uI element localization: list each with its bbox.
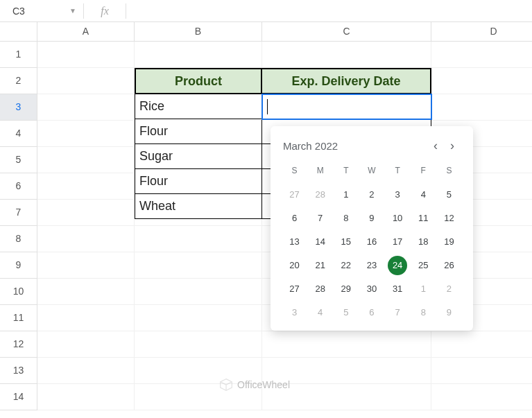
cell[interactable] — [135, 226, 262, 252]
row-header[interactable]: 1 — [0, 42, 37, 68]
cell[interactable] — [431, 331, 532, 358]
datepicker-day[interactable]: 28 — [311, 185, 330, 204]
datepicker-day[interactable]: 13 — [285, 232, 304, 252]
datepicker-day[interactable]: 1 — [413, 279, 433, 299]
cell[interactable] — [431, 94, 532, 121]
datepicker-day[interactable]: 6 — [285, 209, 304, 228]
cell[interactable] — [431, 42, 532, 68]
datepicker-day[interactable]: 15 — [336, 232, 356, 252]
cells-area[interactable]: Product Exp. Delivery Date RiceFlourSuga… — [37, 42, 532, 410]
datepicker-day[interactable]: 8 — [336, 209, 356, 228]
cell[interactable] — [37, 147, 135, 173]
datepicker-day[interactable]: 3 — [285, 303, 304, 322]
cell[interactable] — [37, 226, 135, 252]
row-header[interactable]: 14 — [0, 384, 37, 410]
cell[interactable] — [37, 331, 135, 358]
datepicker-day[interactable]: 6 — [362, 303, 381, 322]
datepicker-day[interactable]: 1 — [336, 185, 356, 204]
select-all-corner[interactable] — [0, 22, 37, 42]
datepicker-day[interactable]: 11 — [413, 209, 433, 228]
formula-input[interactable] — [126, 0, 532, 21]
datepicker-day[interactable]: 27 — [285, 185, 304, 204]
datepicker-day[interactable]: 25 — [413, 256, 433, 275]
table-cell-product[interactable]: Wheat — [135, 194, 262, 219]
table-cell-product[interactable]: Flour — [135, 119, 262, 144]
column-header[interactable]: A — [37, 22, 135, 42]
cell[interactable] — [431, 68, 532, 94]
datepicker-day[interactable]: 12 — [439, 209, 458, 228]
datepicker-day[interactable]: 30 — [362, 279, 381, 299]
datepicker-day[interactable]: 9 — [362, 209, 381, 228]
datepicker-day[interactable]: 4 — [311, 303, 330, 322]
datepicker-day[interactable]: 31 — [388, 279, 407, 299]
cell[interactable] — [37, 121, 135, 147]
datepicker-day[interactable]: 17 — [388, 232, 407, 252]
cell[interactable] — [37, 384, 135, 410]
cell[interactable] — [37, 94, 135, 121]
row-header[interactable]: 11 — [0, 305, 37, 331]
row-header[interactable]: 8 — [0, 226, 37, 252]
row-header[interactable]: 2 — [0, 68, 37, 94]
table-cell-product[interactable]: Flour — [135, 169, 262, 194]
table-cell-product[interactable]: Sugar — [135, 144, 262, 169]
row-header[interactable]: 4 — [0, 121, 37, 147]
datepicker-day[interactable]: 5 — [439, 185, 458, 204]
datepicker-day[interactable]: 7 — [311, 209, 330, 228]
table-header-date[interactable]: Exp. Delivery Date — [262, 68, 431, 94]
name-box[interactable]: C3 ▼ — [0, 0, 83, 21]
datepicker-month-label[interactable]: March 2022 — [283, 140, 427, 152]
row-header[interactable]: 13 — [0, 358, 37, 384]
cell[interactable] — [37, 200, 135, 226]
cell[interactable] — [37, 252, 135, 279]
datepicker-day[interactable]: 18 — [413, 232, 433, 252]
cell[interactable] — [135, 305, 262, 331]
datepicker-day[interactable]: 24 — [388, 256, 407, 275]
cell[interactable] — [262, 331, 431, 358]
cell[interactable] — [135, 252, 262, 279]
row-header[interactable]: 3 — [0, 94, 37, 121]
datepicker-day[interactable]: 21 — [311, 256, 330, 275]
row-header[interactable]: 12 — [0, 331, 37, 358]
datepicker-day[interactable]: 8 — [413, 303, 433, 322]
cell[interactable] — [37, 358, 135, 384]
cell[interactable] — [37, 68, 135, 94]
row-header[interactable]: 7 — [0, 200, 37, 226]
cell[interactable] — [37, 42, 135, 68]
cell[interactable] — [135, 331, 262, 358]
datepicker-day[interactable]: 2 — [439, 279, 458, 299]
datepicker-day[interactable]: 14 — [311, 232, 330, 252]
datepicker-day[interactable]: 29 — [336, 279, 356, 299]
datepicker-day[interactable]: 5 — [336, 303, 356, 322]
cell[interactable] — [135, 279, 262, 305]
name-box-dropdown-icon[interactable]: ▼ — [69, 7, 76, 15]
datepicker-day[interactable]: 3 — [388, 185, 407, 204]
datepicker-day[interactable]: 22 — [336, 256, 356, 275]
datepicker-day[interactable]: 26 — [439, 256, 458, 275]
datepicker-prev-icon[interactable]: ‹ — [427, 139, 444, 153]
row-header[interactable]: 5 — [0, 147, 37, 173]
table-header-product[interactable]: Product — [135, 68, 262, 94]
datepicker-day[interactable]: 4 — [413, 185, 433, 204]
active-cell[interactable] — [261, 94, 432, 120]
datepicker-next-icon[interactable]: › — [444, 139, 461, 153]
cell[interactable] — [431, 358, 532, 384]
datepicker-day[interactable]: 23 — [362, 256, 381, 275]
table-cell-product[interactable]: Rice — [135, 94, 262, 119]
datepicker-day[interactable]: 27 — [285, 279, 304, 299]
datepicker-day[interactable]: 20 — [285, 256, 304, 275]
column-header[interactable]: D — [431, 22, 532, 42]
cell[interactable] — [37, 279, 135, 305]
cell[interactable] — [262, 42, 431, 68]
column-header[interactable]: B — [135, 22, 262, 42]
cell[interactable] — [135, 42, 262, 68]
cell[interactable] — [431, 384, 532, 410]
row-header[interactable]: 10 — [0, 279, 37, 305]
datepicker-day[interactable]: 9 — [439, 303, 458, 322]
datepicker-day[interactable]: 16 — [362, 232, 381, 252]
datepicker-day[interactable]: 7 — [388, 303, 407, 322]
datepicker-day[interactable]: 19 — [439, 232, 458, 252]
row-header[interactable]: 9 — [0, 252, 37, 279]
datepicker-day[interactable]: 28 — [311, 279, 330, 299]
datepicker-day[interactable]: 10 — [388, 209, 407, 228]
column-header[interactable]: C — [262, 22, 431, 42]
